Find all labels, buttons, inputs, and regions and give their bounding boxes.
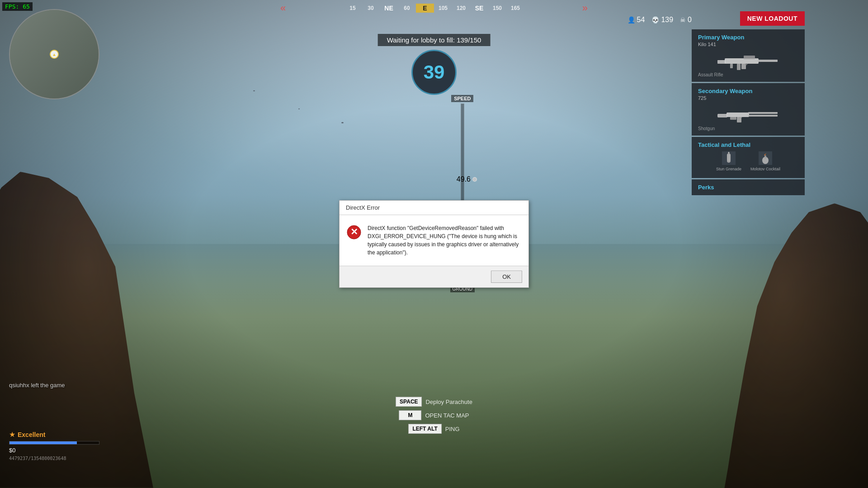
waiting-text: Waiting for lobby to fill: 139/150 (387, 36, 481, 44)
compass-se: SE (470, 5, 488, 12)
altitude-readout: 49.6 (457, 175, 477, 183)
xp-bar-fill (9, 441, 77, 444)
secondary-weapon-title: Secondary Weapon (698, 88, 798, 94)
compass-15: 15 (344, 5, 362, 11)
compass-60: 60 (398, 5, 416, 11)
minimap-player-icon: ▲ (50, 50, 59, 59)
coordinates-display: 4479237/1354800023648 (9, 456, 99, 461)
secondary-weapon-type: Shotgun (698, 126, 798, 131)
compass-ne: NE (380, 5, 398, 12)
fps-value: 65 (23, 3, 30, 10)
sky-bird (298, 108, 300, 109)
dialog-body: ✕ DirectX function "GetDeviceRemovedReas… (340, 215, 528, 266)
dialog-title: DirectX Error (346, 204, 380, 211)
molotov-icon (759, 151, 772, 165)
primary-weapon-name: Kilo 141 (698, 42, 798, 47)
secondary-weapon-section: Secondary Weapon 725 Shotgun (692, 83, 805, 136)
timer-number: 39 (424, 61, 445, 83)
players-value: 54 (637, 16, 645, 24)
svg-rect-2 (757, 60, 778, 62)
compass-arrow-right: » (582, 2, 588, 14)
minimap-direction-arrow: ▲ (52, 52, 57, 57)
dialog-error-icon: ✕ (347, 225, 361, 239)
alt-key: LEFT ALT (408, 424, 441, 434)
top-right-stats: 👤 54 💀 139 ☠ 0 (627, 16, 692, 24)
secondary-weapon-name: 725 (698, 95, 798, 101)
assault-rifle-icon (717, 51, 780, 71)
players-stat: 👤 54 (627, 16, 645, 24)
speed-dot (472, 177, 477, 182)
players-icon: 👤 (627, 16, 635, 23)
svg-rect-12 (730, 117, 736, 120)
shotgun-icon (717, 106, 780, 124)
svg-rect-7 (717, 114, 727, 117)
kills-value: 139 (661, 16, 673, 24)
minimap: ▲ (9, 9, 99, 99)
compass: « 15 30 NE 60 E 105 120 SE 150 165 » (276, 0, 592, 16)
rank-label: Excellent (18, 431, 45, 438)
sky-bird (253, 90, 255, 91)
perks-section: Perks (692, 179, 805, 195)
compass-150: 150 (488, 5, 506, 11)
sky-bird (341, 122, 344, 123)
kills-stat: 💀 139 (651, 16, 673, 24)
svg-rect-8 (726, 113, 749, 117)
compass-120: 120 (452, 5, 470, 11)
alt-hint: LEFT ALT PING (408, 424, 459, 434)
minimap-background: ▲ (10, 10, 99, 99)
svg-rect-9 (748, 112, 778, 114)
stun-grenade-item: Stun Grenade (716, 151, 741, 171)
molotov-svg (760, 152, 770, 164)
bottom-controls: SPACE Deploy Parachute M OPEN TAC MAP LE… (396, 397, 472, 434)
perks-title: Perks (698, 184, 798, 191)
molotov-item: Molotov Cocktail (750, 151, 780, 171)
skull-icon: ☠ (680, 16, 686, 23)
svg-rect-0 (717, 60, 726, 64)
space-action: Deploy Parachute (426, 399, 472, 405)
deaths-value: 0 (688, 16, 692, 24)
space-hint: SPACE Deploy Parachute (396, 397, 472, 407)
compass-30: 30 (362, 5, 380, 11)
dialog-footer: OK (340, 266, 528, 287)
m-key: M (399, 410, 421, 420)
compass-e-active: E (416, 4, 434, 13)
secondary-weapon-image (698, 103, 798, 126)
compass-165: 165 (506, 5, 524, 11)
bottom-left-hud: ★ Excellent $0 4479237/1354800023648 (9, 430, 99, 461)
svg-rect-4 (737, 64, 741, 70)
stun-grenade-icon (722, 151, 736, 165)
m-hint: M OPEN TAC MAP (399, 410, 469, 420)
svg-rect-5 (744, 56, 755, 59)
rank-badge: ★ Excellent (9, 430, 99, 439)
waiting-bar: Waiting for lobby to fill: 139/150 (378, 34, 491, 46)
fps-label: FPS: (5, 3, 19, 10)
m-action: OPEN TAC MAP (425, 412, 469, 419)
molotov-label: Molotov Cocktail (750, 167, 780, 171)
directx-error-dialog[interactable]: DirectX Error ✕ DirectX function "GetDev… (339, 200, 529, 288)
dialog-ok-button[interactable]: OK (491, 271, 522, 283)
svg-point-15 (727, 159, 731, 163)
kills-icon: 💀 (651, 16, 659, 23)
new-loadout-button[interactable]: New Loadout (740, 11, 805, 26)
speed-label: SPEED (451, 95, 473, 102)
compass-105: 105 (434, 5, 452, 11)
rank-star-icon: ★ (9, 430, 15, 439)
space-key: SPACE (396, 397, 422, 407)
svg-text:✕: ✕ (350, 227, 358, 237)
equipment-list: Stun Grenade Molotov Cocktail (698, 149, 798, 174)
primary-weapon-image (698, 50, 798, 72)
stun-grenade-label: Stun Grenade (716, 167, 741, 171)
stun-grenade-svg (724, 152, 734, 164)
game-chat: qsiuhhx left the game (9, 382, 65, 389)
dialog-title-bar: DirectX Error (340, 201, 528, 215)
tactical-lethal-section: Tactical and Lethal Stun Grenade (692, 137, 805, 178)
dialog-message: DirectX function "GetDeviceRemovedReason… (368, 224, 521, 257)
svg-rect-6 (730, 64, 733, 68)
primary-weapon-type: Assault Rifle (698, 72, 798, 77)
xp-bar-container (9, 441, 99, 445)
compass-bar: 15 30 NE 60 E 105 120 SE 150 165 (276, 4, 592, 13)
svg-rect-10 (748, 115, 778, 117)
tactical-lethal-title: Tactical and Lethal (698, 141, 798, 148)
primary-weapon-section: Primary Weapon Kilo 141 (692, 29, 805, 82)
svg-rect-18 (764, 155, 766, 159)
